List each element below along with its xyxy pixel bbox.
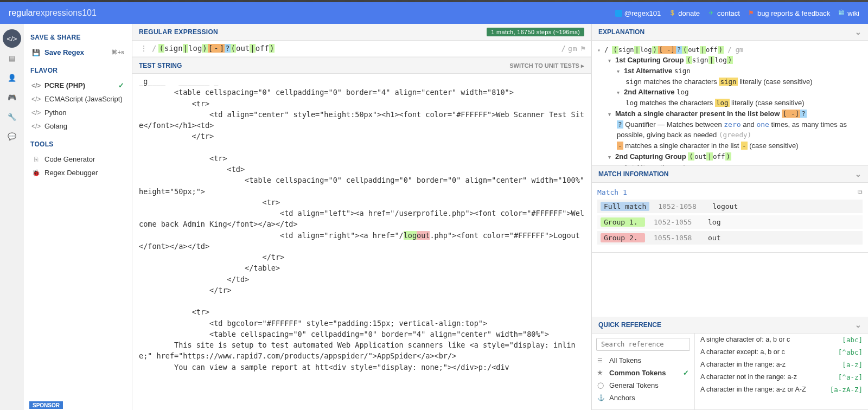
qr-pat: [^a-z] <box>838 373 863 381</box>
t: sign <box>618 46 634 54</box>
bugs-link[interactable]: ⚑bug reports & feedback <box>748 9 830 17</box>
test-hl-log: log <box>404 231 417 240</box>
code-icon: </> <box>31 123 40 130</box>
rail-chat-icon[interactable]: 💬 <box>3 127 21 145</box>
icon-rail: </> ▤ 👤 🎮 🔧 💬 <box>0 24 24 410</box>
match-info-body: Match 1⧉ Full match 1052-1058 logout Gro… <box>592 183 868 252</box>
qr-common-label: Common Tokens <box>609 369 666 377</box>
full-label: Full match <box>601 202 649 211</box>
regex-flags[interactable]: gm <box>568 44 578 53</box>
chevron-down-icon[interactable]: ⌄ <box>855 170 861 178</box>
check-icon: ✓ <box>118 81 124 89</box>
qr-common-tokens[interactable]: ★Common Tokens <box>596 367 690 379</box>
t: log <box>715 99 730 107</box>
rail-regex-icon[interactable]: </> <box>3 29 21 48</box>
exp-alt2: ▾2nd Alternative log <box>597 87 863 98</box>
qr-row[interactable]: A character except: a, b or c[^abc] <box>695 346 868 358</box>
t: out <box>674 163 687 166</box>
flavor-pcre[interactable]: </> PCRE (PHP) ✓ <box>29 79 132 92</box>
right-column: EXPLANATION ⌄ ▾/ (sign|log)[ -]?(out|off… <box>591 24 868 410</box>
t: [ -] <box>658 46 676 54</box>
regex-input[interactable]: ⋮ / (sign|log)[ -]?(out|off) / gm ⚑ <box>132 41 591 56</box>
t: ? <box>676 46 682 54</box>
tok-paren-open: ( <box>158 44 164 53</box>
flavor-python[interactable]: </> Python <box>29 106 132 119</box>
flavor-js[interactable]: </> ECMAScript (JavaScript) <box>29 92 132 106</box>
site-logo[interactable]: regularexpressions101 <box>9 8 97 18</box>
regex-header-label: REGULAR EXPRESSION <box>139 28 218 36</box>
center-column: REGULAR EXPRESSION 1 match, 16750 steps … <box>132 24 591 410</box>
search-reference-input[interactable] <box>596 338 690 351</box>
g1-text: log <box>708 218 720 226</box>
full-range: 1052-1058 <box>658 202 701 210</box>
twitter-icon <box>615 10 622 17</box>
alt1-label: 1st Alternative <box>624 67 672 75</box>
logo-regular: regular <box>9 8 36 17</box>
wiki-link[interactable]: 🏛wiki <box>838 9 859 17</box>
tok-off: off <box>256 44 269 53</box>
tok-paren-open2: ( <box>231 44 236 53</box>
match-badge: 1 match, 16750 steps (~196ms) <box>487 28 584 36</box>
regex-debugger[interactable]: 🐞 Regex Debugger <box>29 166 132 180</box>
qr-row[interactable]: A character not in the range: a-z[^a-z] <box>695 371 868 383</box>
t: literally (case sensitive) <box>730 99 805 107</box>
exp-space: - matches a single character in the list… <box>597 140 863 151</box>
test-header: TEST STRING SWITCH TO UNIT TESTS ▸ <box>132 57 591 74</box>
code-generator[interactable]: ⎘ Code Generator <box>29 152 132 166</box>
flavor-golang[interactable]: </> Golang <box>29 119 132 133</box>
twitter-link[interactable]: @regex101 <box>615 9 661 17</box>
match-g2-row: Group 2. 1055-1058 out <box>597 231 863 245</box>
donate-link[interactable]: $donate <box>668 9 700 17</box>
tok-pipe2: | <box>250 44 255 53</box>
qr-anchors[interactable]: ⚓Anchors <box>596 392 690 404</box>
match-info-panel: MATCH INFORMATION ⌄ Match 1⧉ Full match … <box>592 166 868 253</box>
tok-bracket-close: ] <box>219 44 225 53</box>
t: | <box>634 46 640 54</box>
debugger-label: Regex Debugger <box>44 169 98 177</box>
qr-row[interactable]: A single character of: a, b or c[abc] <box>695 334 868 346</box>
match-full-row: Full match 1052-1058 logout <box>597 200 863 213</box>
external-link-icon[interactable]: ⧉ <box>858 188 863 196</box>
rail-account-icon[interactable]: 👤 <box>3 68 21 87</box>
flavor-golang-label: Golang <box>44 122 67 130</box>
full-text: logout <box>712 202 738 210</box>
switch-unit-tests[interactable]: SWITCH TO UNIT TESTS ▸ <box>509 62 584 69</box>
tok-paren-close: ) <box>202 44 207 53</box>
chevron-down-icon[interactable]: ⌄ <box>855 28 861 36</box>
qr-desc: A character in the range: a-z or A-Z <box>700 386 806 394</box>
sponsor-chip[interactable]: SPONSOR <box>29 401 63 409</box>
qr-general-tokens[interactable]: ◯General Tokens <box>596 379 690 392</box>
rail-settings-icon[interactable]: 🔧 <box>3 107 21 126</box>
exp-slash: / <box>604 46 612 54</box>
explanation-label: EXPLANATION <box>598 28 644 36</box>
delim-handle-icon[interactable]: ⋮ <box>138 44 150 53</box>
rail-game-icon[interactable]: 🎮 <box>3 88 21 106</box>
quickref-list: A single character of: a, b or c[abc] A … <box>695 334 868 409</box>
qr-all-tokens[interactable]: ☰All Tokens <box>596 354 690 367</box>
chevron-down-icon[interactable]: ⌄ <box>855 321 861 329</box>
qr-row[interactable]: A character in the range: a-z[a-z] <box>695 358 868 371</box>
tools-header: TOOLS <box>30 140 132 148</box>
code-icon: </> <box>31 95 40 103</box>
qr-all-label: All Tokens <box>609 356 641 364</box>
codegen-icon: ⎘ <box>31 156 40 163</box>
wiki-label: wiki <box>847 9 859 17</box>
cap2-label: 2nd Capturing Group <box>615 152 686 161</box>
qr-pat: [a-zA-Z] <box>830 386 863 394</box>
tok-pipe: | <box>183 44 188 53</box>
tok-log: log <box>188 44 202 53</box>
rail-library-icon[interactable]: ▤ <box>3 49 21 67</box>
t: and <box>741 120 757 129</box>
t: - <box>741 142 748 150</box>
flag-icon[interactable]: ⚑ <box>581 44 585 53</box>
contact-link[interactable]: ✈contact <box>707 9 740 17</box>
t: ) <box>718 46 724 54</box>
flavor-python-label: Python <box>44 108 66 117</box>
exp-cap2: ▾2nd Capturing Group (out|off) <box>597 151 863 162</box>
qr-row[interactable]: A character in the range: a-z or A-Z[a-z… <box>695 383 868 396</box>
t: ( <box>612 46 618 54</box>
circle-icon: ◯ <box>597 382 605 389</box>
save-regex-button[interactable]: 💾 Save Regex ⌘+s <box>29 46 132 59</box>
test-string-area[interactable]: _g____ _______ _ <table cellspacing="0" … <box>132 74 591 410</box>
exp-alt1-desc: sign matches the characters sign literal… <box>597 76 863 87</box>
